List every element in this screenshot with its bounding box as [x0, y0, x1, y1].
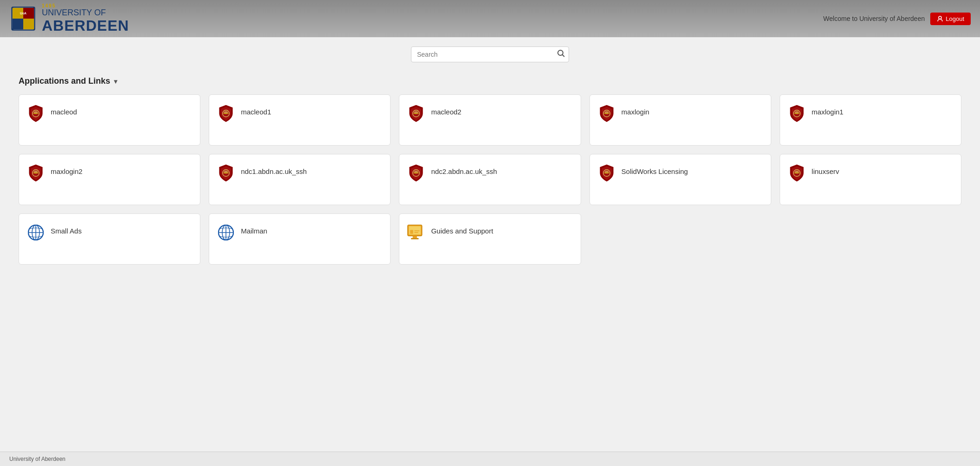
- linuxserv-icon: [788, 164, 806, 182]
- app-card-guides[interactable]: Guides and Support: [399, 213, 581, 265]
- search-icon: [557, 49, 565, 58]
- welcome-text: Welcome to University of Aberdeen: [823, 15, 925, 22]
- mailman-label: Mailman: [241, 227, 267, 235]
- solidworks-icon: [597, 164, 616, 182]
- logout-label: Logout: [946, 15, 964, 22]
- app-card-ndc2[interactable]: ndc2.abdn.ac.uk_ssh: [399, 154, 581, 205]
- linuxserv-label: linuxserv: [812, 167, 839, 175]
- chevron-down-icon: ▾: [114, 78, 117, 85]
- app-card-ndc1[interactable]: ndc1.abdn.ac.uk_ssh: [209, 154, 391, 205]
- app-card-mailman[interactable]: Mailman: [209, 213, 391, 265]
- search-button[interactable]: [557, 49, 565, 60]
- svg-rect-52: [413, 236, 417, 238]
- guides-icon: [407, 223, 425, 242]
- search-input[interactable]: [411, 47, 569, 62]
- solidworks-label: SolidWorks Licensing: [622, 167, 688, 175]
- svg-point-8: [558, 50, 563, 55]
- macleod2-icon: [407, 104, 425, 123]
- uni-of-label: UNIVERSITY OF: [42, 8, 129, 18]
- mailman-icon: [217, 223, 235, 242]
- search-container: [411, 47, 569, 62]
- svg-rect-54: [411, 230, 413, 234]
- macleod2-label: macleod2: [431, 108, 461, 116]
- guides-label: Guides and Support: [431, 227, 493, 235]
- logout-icon: [937, 15, 943, 22]
- app-card-macleod2[interactable]: macleod2: [399, 94, 581, 146]
- smallads-icon: [26, 223, 45, 242]
- uni-aberdeen-label: ABERDEEN: [42, 18, 129, 34]
- maxlogin2-label: maxlogin2: [51, 167, 82, 175]
- svg-rect-53: [411, 238, 418, 240]
- svg-rect-4: [13, 19, 23, 29]
- search-area: [0, 37, 980, 67]
- smallads-label: Small Ads: [51, 227, 82, 235]
- header-right: Welcome to University of Aberdeen Logout: [823, 13, 971, 25]
- ndc1-label: ndc1.abdn.ac.uk_ssh: [241, 167, 307, 175]
- ndc2-label: ndc2.abdn.ac.uk_ssh: [431, 167, 497, 175]
- app-card-macleod1[interactable]: macleod1: [209, 94, 391, 146]
- app-card-solidworks[interactable]: SolidWorks Licensing: [589, 154, 771, 205]
- app-card-maxlogin1[interactable]: maxlogin1: [780, 94, 961, 146]
- macleod1-label: macleod1: [241, 108, 271, 116]
- logo-area: UoA 1495 UNIVERSITY OF ABERDEEN: [9, 3, 129, 34]
- maxlogin1-icon: [788, 104, 806, 123]
- university-crest: UoA: [9, 5, 37, 33]
- main-content: Applications and Links ▾ macleod macleod…: [0, 67, 980, 452]
- footer: University of Aberdeen: [0, 452, 980, 466]
- app-card-maxlogin[interactable]: maxlogin: [589, 94, 771, 146]
- maxlogin2-icon: [26, 164, 45, 182]
- svg-line-9: [563, 55, 565, 57]
- footer-text: University of Aberdeen: [9, 456, 66, 462]
- apps-grid: macleod macleod1 macleod2: [19, 94, 961, 265]
- section-header: Applications and Links ▾: [19, 76, 961, 86]
- app-card-macleod[interactable]: macleod: [19, 94, 200, 146]
- svg-rect-3: [23, 19, 34, 29]
- macleod-label: macleod: [51, 108, 77, 116]
- ndc1-icon: [217, 164, 235, 182]
- app-card-linuxserv[interactable]: linuxserv: [780, 154, 961, 205]
- logout-button[interactable]: Logout: [930, 13, 971, 25]
- university-name-block: 1495 UNIVERSITY OF ABERDEEN: [42, 3, 129, 34]
- app-card-maxlogin2[interactable]: maxlogin2: [19, 154, 200, 205]
- svg-point-7: [939, 16, 941, 19]
- maxlogin-icon: [597, 104, 616, 123]
- header: UoA 1495 UNIVERSITY OF ABERDEEN Welcome …: [0, 0, 980, 37]
- maxlogin-label: maxlogin: [622, 108, 649, 116]
- ndc2-icon: [407, 164, 425, 182]
- maxlogin1-label: maxlogin1: [812, 108, 843, 116]
- app-card-smallads[interactable]: Small Ads: [19, 213, 200, 265]
- svg-text:UoA: UoA: [20, 12, 26, 15]
- section-title: Applications and Links: [19, 76, 110, 86]
- macleod-icon: [26, 104, 45, 123]
- macleod1-icon: [217, 104, 235, 123]
